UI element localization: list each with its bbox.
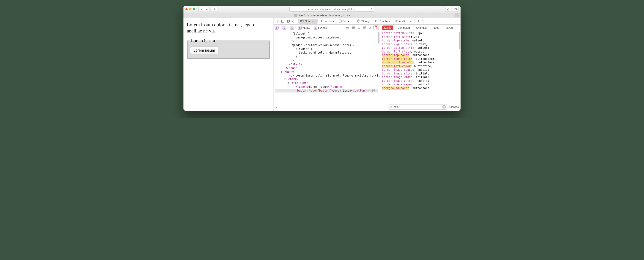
dom-line[interactable]: ▼ <fieldset>: [275, 81, 378, 85]
css-property-row[interactable]: border-right-color: buttonface;: [382, 57, 459, 61]
search-inspector-button[interactable]: [416, 19, 420, 24]
target-icon[interactable]: [291, 19, 296, 24]
breadcrumb-item-fieldset[interactable]: Efiel…〉: [298, 26, 313, 30]
dock-bottom-icon[interactable]: [280, 19, 285, 24]
dom-line[interactable]: </head>: [275, 66, 378, 70]
css-property-row[interactable]: border-left-color: buttonface;: [382, 65, 459, 68]
paintbrush-icon[interactable]: [368, 26, 373, 30]
dom-line[interactable]: @media (prefers-color-scheme: dark) {: [275, 43, 378, 47]
clear-filter-button[interactable]: ✕: [442, 105, 446, 109]
address-bar[interactable]: 🔒 color-scheme-prefers-color-scheme.glit…: [290, 7, 374, 12]
close-window-button[interactable]: [185, 8, 188, 10]
more-tabs-button[interactable]: »: [408, 19, 413, 24]
styles-tab-node[interactable]: Node: [431, 26, 441, 30]
svg-rect-4: [455, 9, 456, 10]
svg-line-33: [424, 20, 424, 21]
reload-icon[interactable]: ⟳: [371, 8, 373, 11]
breadcrumb-item[interactable]: E〉: [275, 26, 282, 30]
css-property-row[interactable]: border-image-repeat: initial;: [382, 83, 459, 86]
css-property-row[interactable]: border-image-source: initial;: [382, 68, 459, 72]
breadcrumb-item[interactable]: E〉: [290, 26, 297, 30]
tab-sources[interactable]: Sources: [337, 19, 354, 24]
dom-line[interactable]: }: [275, 40, 378, 43]
grid-icon[interactable]: [362, 26, 367, 30]
sidebar-toggle-button[interactable]: [212, 7, 218, 12]
console-prompt-bar[interactable]: >: [274, 104, 380, 111]
dom-line[interactable]: fieldset {: [275, 47, 378, 51]
breadcrumb-item-button[interactable]: Ebutton: [314, 26, 327, 30]
add-rule-button[interactable]: +: [382, 105, 386, 109]
dom-line[interactable]: </style>: [275, 62, 378, 66]
device-icon[interactable]: [357, 26, 362, 30]
svg-point-19: [358, 20, 360, 20]
close-inspector-button[interactable]: ✕: [275, 19, 280, 24]
dom-line[interactable]: background-color: gainsboro;: [275, 36, 378, 39]
dom-line-selected[interactable]: <button type="button">Lorem ipsum</butto…: [275, 89, 378, 92]
dom-line[interactable]: <legend>Lorem ipsum</legend>: [275, 85, 378, 89]
css-property-row[interactable]: border-top-style: outset;: [382, 39, 459, 43]
dom-line[interactable]: fieldset {: [275, 32, 378, 36]
css-property-row[interactable]: border-right-style: outset;: [382, 43, 459, 46]
forward-button[interactable]: ▶: [204, 7, 210, 12]
scrollbar-thumb[interactable]: [459, 32, 460, 49]
svg-line-32: [422, 22, 423, 22]
styles-tab-bar: Styles Computed Changes Node Layers: [380, 25, 460, 31]
dom-line[interactable]: ▼ <body>: [275, 70, 378, 74]
details-sidebar-toggle[interactable]: [374, 26, 379, 30]
dom-tree[interactable]: fieldset { background-color: gainsboro; …: [274, 31, 380, 104]
back-button[interactable]: ◀: [198, 7, 204, 12]
dom-line[interactable]: <p> Lorem ipsum dolor sit amet, legere a…: [275, 74, 378, 77]
page-form: Lorem ipsum Lorem ipsum: [187, 38, 270, 59]
dom-line[interactable]: }: [275, 55, 378, 59]
inspector-tab-bar: ✕ Elements: [274, 18, 460, 25]
css-property-row[interactable]: border-left-width: 2px;: [382, 35, 459, 39]
dom-breadcrumb-bar: E〉 E〉 E〉 Efiel…〉 Ebutton: [274, 25, 380, 31]
ruler-icon[interactable]: [346, 26, 350, 30]
dom-line[interactable]: ▼ <form>: [275, 77, 378, 81]
print-styles-icon[interactable]: [351, 26, 356, 30]
css-property-row[interactable]: border-image-outset: initial;: [382, 79, 459, 83]
tabs-overview-button[interactable]: [453, 7, 459, 12]
styles-tab-styles[interactable]: Styles: [382, 26, 393, 30]
scrollbar-thumb[interactable]: [378, 32, 380, 44]
filter-icon: [390, 105, 392, 109]
svg-point-10: [292, 20, 294, 22]
svg-rect-39: [352, 27, 354, 27]
styles-tab-computed[interactable]: Computed: [396, 26, 412, 30]
css-property-row[interactable]: background-color: buttonface;: [382, 86, 459, 90]
classes-toggle[interactable]: Classes: [449, 105, 459, 108]
breadcrumb-item[interactable]: E〉: [282, 26, 290, 30]
svg-rect-40: [352, 27, 355, 29]
page-button[interactable]: Lorem ipsum: [190, 47, 218, 54]
tab-title[interactable]: https://color-scheme-prefers-color-schem…: [298, 14, 350, 17]
dom-line[interactable]: background-color: darkslategray;: [275, 51, 378, 55]
share-button[interactable]: [446, 7, 451, 12]
tab-elements[interactable]: Elements: [298, 19, 318, 24]
styles-tab-layers[interactable]: Layers: [444, 26, 455, 30]
css-property-row[interactable]: border-bottom-style: outset;: [382, 46, 459, 50]
web-inspector: ✕ Elements: [274, 18, 460, 111]
content-split: Lorem ipsum dolor sit amet, legere ancil…: [184, 18, 460, 111]
css-property-row[interactable]: border-left-style: outset;: [382, 50, 459, 54]
css-property-row[interactable]: border-image-slice: initial;: [382, 72, 459, 76]
tab-audit[interactable]: Audit: [392, 19, 407, 24]
tab-graphics[interactable]: Graphics: [373, 19, 392, 24]
css-property-row[interactable]: border-bottom-color: buttonface;: [382, 61, 459, 65]
tab-network[interactable]: Network: [318, 19, 336, 24]
svg-rect-46: [364, 28, 364, 29]
zoom-window-button[interactable]: [193, 8, 195, 10]
styles-tab-changes[interactable]: Changes: [414, 26, 428, 30]
styles-filter-input[interactable]: color ✕: [388, 104, 448, 109]
dock-popout-icon[interactable]: [286, 19, 290, 24]
css-property-row[interactable]: border-image-width: initial;: [382, 75, 459, 79]
dom-line[interactable]: }: [275, 59, 378, 62]
tab-storage[interactable]: Storage: [355, 19, 373, 24]
css-property-row[interactable]: border-bottom-width: 2px;: [382, 32, 459, 35]
minimize-window-button[interactable]: [189, 8, 191, 10]
safari-window: ◀ ▶ 🔒 color-scheme-prefers-color-scheme.…: [184, 6, 460, 111]
styles-properties-list[interactable]: border-bottom-width: 2px;border-left-wid…: [380, 31, 460, 103]
new-tab-button[interactable]: +: [455, 14, 460, 17]
page-paragraph: Lorem ipsum dolor sit amet, legere ancil…: [187, 22, 270, 34]
css-property-row[interactable]: border-top-color: buttonface;: [382, 53, 459, 57]
inspector-settings-button[interactable]: [421, 19, 426, 24]
